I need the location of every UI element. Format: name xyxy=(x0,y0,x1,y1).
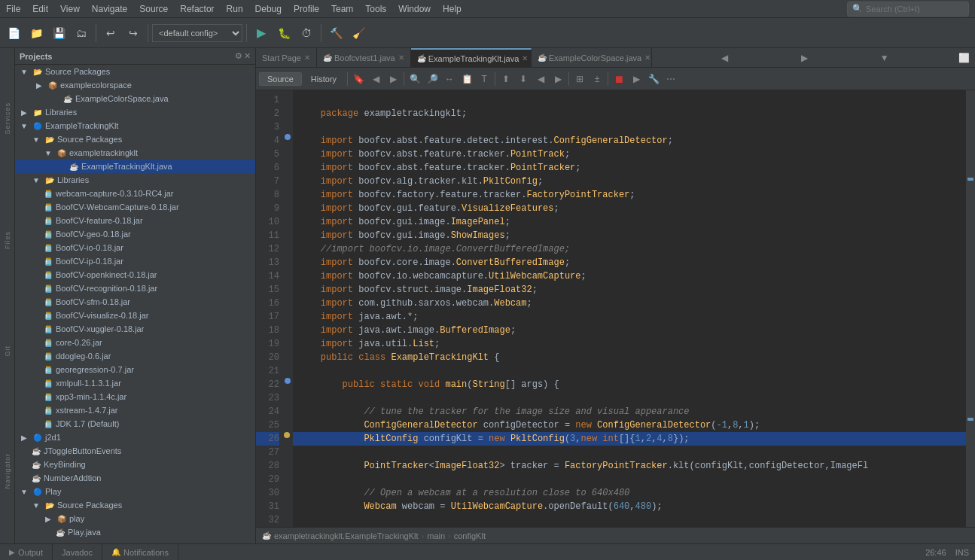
source-tab-button[interactable]: Source xyxy=(259,72,302,86)
next-match-btn[interactable]: ⬇ xyxy=(515,71,532,87)
profile-project-button[interactable]: ⏱ xyxy=(296,23,317,44)
javadoc-tab[interactable]: Javadoc xyxy=(53,544,102,561)
menu-edit[interactable]: Edit xyxy=(26,2,54,16)
tree-boofcv-openkinect-jar[interactable]: 🫙 BoofCV-openkinect-0.18.jar xyxy=(15,268,255,282)
search-btn[interactable]: 🔍 xyxy=(407,71,423,87)
tab-examplecolorspace[interactable]: ☕ ExampleColorSpace.java ✕ xyxy=(532,48,652,68)
prev-diff-btn[interactable]: ◀ xyxy=(532,71,549,87)
clean-button[interactable]: 🧹 xyxy=(348,23,369,44)
tree-xmlpull-jar[interactable]: 🫙 xmlpull-1.1.3.1.jar xyxy=(15,376,255,390)
menu-profile[interactable]: Profile xyxy=(288,2,325,16)
tab-close-tracking[interactable]: ✕ xyxy=(522,54,528,62)
prev-bookmark-btn[interactable]: ◀ xyxy=(367,71,384,87)
menu-tools[interactable]: Tools xyxy=(359,2,392,16)
tree-boofcv-webcam-jar[interactable]: 🫙 BoofCV-WebcamCapture-0.18.jar xyxy=(15,200,255,214)
tree-libraries-root[interactable]: ▶ 📁 Libraries xyxy=(15,105,255,119)
files-label[interactable]: Files xyxy=(4,231,11,249)
tab-close-colorspace[interactable]: ✕ xyxy=(644,53,651,62)
tree-exampletrackingklt-pkg[interactable]: ▼ 📦 exampletrackingklt xyxy=(15,146,255,160)
tab-start-page[interactable]: Start Page ✕ xyxy=(256,48,317,68)
history-tab-button[interactable]: History xyxy=(303,72,345,86)
tree-play-pkg[interactable]: ▶ 📦 play xyxy=(15,512,255,525)
toggle-bookmark-btn[interactable]: 🔖 xyxy=(350,71,367,87)
git-label[interactable]: Git xyxy=(4,345,11,357)
tab-scroll-right[interactable]: ▶ xyxy=(797,48,812,68)
breadcrumb-class[interactable]: exampletrackingklt.ExampleTrackingKlt xyxy=(274,531,419,540)
tree-boofcv-geo-jar[interactable]: 🫙 BoofCV-geo-0.18.jar xyxy=(15,227,255,241)
tree-boofcv-feature-jar[interactable]: 🫙 BoofCV-feature-0.18.jar xyxy=(15,214,255,227)
menu-run[interactable]: Run xyxy=(221,2,249,16)
tree-examplecolorspace-pkg[interactable]: ▶ 📦 examplecolorspace xyxy=(15,78,255,92)
run-project-button[interactable]: ▶ xyxy=(251,23,272,44)
menu-help[interactable]: Help xyxy=(437,2,468,16)
show-changes-btn[interactable]: ± xyxy=(589,71,605,87)
redo-button[interactable]: ↪ xyxy=(123,23,144,44)
debug-project-button[interactable]: 🐛 xyxy=(273,23,294,44)
code-content[interactable]: package exampletrackingklt; import boofc… xyxy=(293,90,966,527)
menu-refactor[interactable]: Refactor xyxy=(174,2,220,16)
tab-exampletrackingklt[interactable]: ☕ ExampleTrackingKlt.java ✕ xyxy=(411,48,532,68)
menu-view[interactable]: View xyxy=(54,2,86,16)
tree-xpp3-jar[interactable]: 🫙 xpp3-min-1.1.4c.jar xyxy=(15,390,255,403)
menu-debug[interactable]: Debug xyxy=(249,2,288,16)
services-label[interactable]: Services xyxy=(4,102,11,135)
toggle-diff-btn[interactable]: ⊞ xyxy=(571,71,588,87)
menu-window[interactable]: Window xyxy=(392,2,437,16)
tab-close-boofcv[interactable]: ✕ xyxy=(398,53,404,62)
tree-source-packages-root[interactable]: ▼ 📂 Source Packages xyxy=(15,65,255,78)
tree-j2d1-project[interactable]: ▶ 🔵 j2d1 xyxy=(15,431,255,444)
tree-play-project[interactable]: ▼ 🔵 Play xyxy=(15,485,255,498)
open-project-button[interactable]: 📁 xyxy=(26,23,47,44)
tree-boofcv-ip-jar[interactable]: 🫙 BoofCV-ip-0.18.jar xyxy=(15,254,255,268)
save-button[interactable]: 💾 xyxy=(48,23,69,44)
undo-button[interactable]: ↩ xyxy=(100,23,121,44)
tab-menu[interactable]: ▼ xyxy=(877,48,892,68)
tree-source-packages-klt[interactable]: ▼ 📂 Source Packages xyxy=(15,132,255,146)
tree-ddogleg-jar[interactable]: 🫙 ddogleg-0.6.jar xyxy=(15,349,255,363)
tree-boofcv-sfm-jar[interactable]: 🫙 BoofCV-sfm-0.18.jar xyxy=(15,295,255,309)
tree-exampletrackingklt-java[interactable]: ☕ ExampleTrackingKlt.java xyxy=(15,160,255,173)
tree-play-source-packages[interactable]: ▼ 📂 Source Packages xyxy=(15,498,255,512)
tree-jtoggle-item[interactable]: ☕ JToggleButtonEvents xyxy=(15,444,255,458)
prev-match-btn[interactable]: ⬆ xyxy=(498,71,514,87)
find-type-btn[interactable]: T xyxy=(476,71,492,87)
project-panel-close-icon[interactable]: ✕ xyxy=(244,51,251,61)
tab-boofcvtest[interactable]: ☕ Boofcvtest1.java ✕ xyxy=(317,48,411,68)
format-btn[interactable]: 🔧 xyxy=(645,71,662,87)
tree-georegression-jar[interactable]: 🫙 georegression-0.7.jar xyxy=(15,363,255,376)
tree-numberaddtion-item[interactable]: ☕ NumberAddtion xyxy=(15,471,255,485)
replace-btn[interactable]: ↔ xyxy=(441,71,458,87)
breadcrumb-variable[interactable]: configKlt xyxy=(454,531,486,540)
output-tab[interactable]: ▶ Output xyxy=(0,544,53,561)
run-btn[interactable]: ▶ xyxy=(628,71,644,87)
save-all-button[interactable]: 🗂 xyxy=(71,23,92,44)
tree-boofcv-recognition-jar[interactable]: 🫙 BoofCV-recognition-0.18.jar xyxy=(15,282,255,295)
tree-xstream-jar[interactable]: 🫙 xstream-1.4.7.jar xyxy=(15,403,255,417)
breadcrumb-method[interactable]: main xyxy=(427,531,445,540)
tab-scroll-left[interactable]: ◀ xyxy=(717,48,732,68)
tree-exampletrackingklt-project[interactable]: ▼ 🔵 ExampleTrackingKlt xyxy=(15,119,255,132)
menu-source[interactable]: Source xyxy=(133,2,174,16)
find-btn[interactable]: 🔎 xyxy=(424,71,440,87)
code-editor[interactable]: 12345 678910 1112131415 1617181920 21222… xyxy=(256,90,975,527)
project-panel-config-icon[interactable]: ⚙ xyxy=(235,51,242,61)
tree-jdk-jar[interactable]: 🫙 JDK 1.7 (Default) xyxy=(15,417,255,431)
tree-play-java[interactable]: ☕ Play.java xyxy=(15,525,255,539)
tree-boofcv-visualize-jar[interactable]: 🫙 BoofCV-visualize-0.18.jar xyxy=(15,309,255,322)
find-usages-btn[interactable]: 📋 xyxy=(459,71,475,87)
tree-examplecolorspace-java[interactable]: ☕ ExampleColorSpace.java xyxy=(15,92,255,105)
tree-keybinding-item[interactable]: ☕ KeyBinding xyxy=(15,458,255,471)
tree-libraries-klt[interactable]: ▼ 📂 Libraries xyxy=(15,173,255,187)
search-input[interactable] xyxy=(866,5,964,14)
notifications-tab[interactable]: 🔔 Notifications xyxy=(102,544,178,561)
next-bookmark-btn[interactable]: ▶ xyxy=(385,71,401,87)
tree-boofcv-xuggler-jar[interactable]: 🫙 BoofCV-xuggler-0.18.jar xyxy=(15,322,255,336)
tab-close-start[interactable]: ✕ xyxy=(304,53,310,62)
tree-webcam-jar[interactable]: 🫙 webcam-capture-0.3.10-RC4.jar xyxy=(15,187,255,200)
menu-navigate[interactable]: Navigate xyxy=(86,2,133,16)
more-btn[interactable]: ⋯ xyxy=(663,71,679,87)
navigator-label[interactable]: Navigator xyxy=(4,453,11,489)
menu-file[interactable]: File xyxy=(0,2,26,16)
build-button[interactable]: 🔨 xyxy=(325,23,346,44)
stop-btn[interactable]: ⏹ xyxy=(611,71,627,87)
